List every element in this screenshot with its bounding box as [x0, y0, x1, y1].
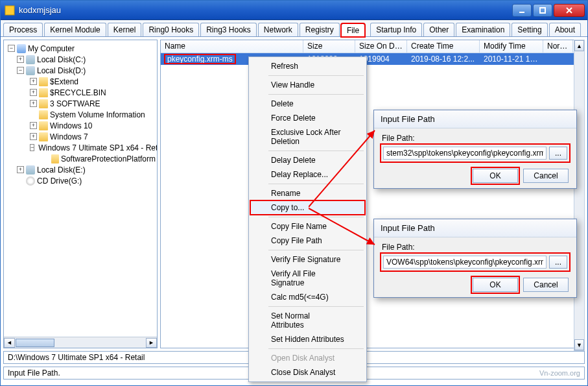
svg-rect-0 — [5, 6, 14, 15]
cm-copy-to[interactable]: Copy to... — [250, 200, 365, 215]
tree-win10[interactable]: +Windows 10 — [5, 120, 156, 131]
cd-icon — [26, 176, 35, 186]
input-file-path-dialog-2: Input File Path File Path: ... OK Cancel — [373, 219, 577, 298]
close-button[interactable] — [554, 4, 585, 17]
input-file-path-dialog-1: Input File Path File Path: ... OK Cancel — [373, 110, 577, 189]
dialog2-label: File Path: — [382, 243, 569, 252]
cm-refresh[interactable]: Refresh — [250, 59, 365, 73]
cm-open-disk-analyst: Open Disk Analyst — [250, 351, 365, 365]
folder-icon — [51, 154, 59, 163]
tab-about[interactable]: About — [549, 23, 581, 36]
tab-kernel[interactable]: Kernel — [108, 23, 142, 36]
titlebar[interactable]: kodxmjsjau — [1, 1, 587, 20]
dialog1-title: Input File Path — [374, 110, 576, 128]
scroll-thumb[interactable] — [16, 339, 54, 347]
folder-icon — [39, 132, 48, 141]
tab-bar: Process Kernel Module Kernel Ring0 Hooks… — [1, 20, 587, 37]
cm-view-handle[interactable]: View Handle — [250, 78, 365, 92]
tree-root[interactable]: −My Computer — [5, 43, 156, 54]
minimize-button[interactable] — [512, 4, 532, 17]
tree-locald[interactable]: −Local Disk(D:) — [5, 65, 156, 76]
tree-win7ult[interactable]: −Windows 7 Ultimate SP1 x64 - Retail — [5, 142, 156, 153]
tab-registry[interactable]: Registry — [300, 23, 340, 36]
tree-cdg[interactable]: CD Drive(G:) — [5, 175, 156, 186]
cm-delete[interactable]: Delete — [250, 97, 365, 111]
dialog2-path-input[interactable] — [383, 256, 547, 269]
cm-copy-name[interactable]: Copy File Name — [250, 219, 365, 234]
col-norm[interactable]: Norm... — [543, 40, 573, 53]
dialog1-cancel-button[interactable]: Cancel — [523, 169, 569, 183]
app-icon — [5, 5, 15, 16]
tab-startup-info[interactable]: Startup Info — [370, 23, 422, 36]
status-watermark: Vn-zoom.org — [539, 369, 580, 377]
tree-win7[interactable]: +Windows 7 — [5, 131, 156, 142]
tree-localc[interactable]: +Local Disk(C:) — [5, 54, 156, 65]
cm-verify-sig[interactable]: Verify File Signature — [250, 252, 365, 267]
folder-icon — [39, 77, 48, 86]
col-modify-time[interactable]: Modify Time — [480, 40, 543, 53]
col-size-on-disk[interactable]: Size On Disk — [355, 40, 407, 53]
tree-3software[interactable]: +3 SOFTWARE — [5, 98, 156, 109]
status-text: Input File Path. — [8, 368, 60, 378]
cm-set-hidden[interactable]: Set Hidden Attributes — [250, 332, 365, 346]
dialog1-path-input[interactable] — [383, 147, 547, 160]
cm-force-delete[interactable]: Force Delete — [250, 111, 365, 125]
computer-icon — [17, 44, 26, 53]
col-size[interactable]: Size — [303, 40, 355, 53]
folder-icon — [39, 88, 48, 97]
folder-icon — [39, 110, 48, 119]
file-name-cell: pkeyconfig.xrm-ms — [165, 54, 235, 64]
dialog2-browse-button[interactable]: ... — [549, 256, 567, 269]
tab-setting[interactable]: Setting — [512, 23, 547, 36]
window-title: kodxmjsjau — [19, 5, 512, 15]
dialog1-ok-button[interactable]: OK — [473, 169, 518, 183]
file-ct-cell: 2019-08-16 12:2... — [407, 54, 480, 64]
tree-locale[interactable]: +Local Disk(E:) — [5, 164, 156, 175]
scroll-up-button[interactable]: ▲ — [574, 40, 584, 51]
tab-other[interactable]: Other — [423, 23, 454, 36]
drive-icon — [26, 165, 35, 175]
tab-ring3-hooks[interactable]: Ring3 Hooks — [200, 23, 257, 36]
cm-close-disk-analyst[interactable]: Close Disk Analyst — [250, 365, 365, 380]
tab-file[interactable]: File — [341, 23, 365, 37]
folder-icon — [39, 99, 48, 108]
dialog1-label: File Path: — [382, 134, 569, 143]
cm-excl-lock[interactable]: Exclusive Lock After Deletion — [250, 125, 365, 149]
drive-icon — [26, 66, 35, 75]
file-mt-cell: 2010-11-21 10:2... — [480, 54, 543, 64]
list-row[interactable]: pkeyconfig.xrm-ms 1018920 1019904 2019-0… — [161, 53, 584, 65]
context-menu: Refresh View Handle Delete Force Delete … — [248, 56, 367, 382]
tree-h-scrollbar[interactable]: ◄ ► — [4, 337, 157, 348]
col-create-time[interactable]: Create Time — [407, 40, 480, 53]
col-name[interactable]: Name — [161, 40, 303, 53]
cm-verify-all[interactable]: Verify All File Signatrue — [250, 267, 365, 290]
scroll-right-button[interactable]: ► — [146, 338, 157, 348]
tree-pane: −My Computer +Local Disk(C:) −Local Disk… — [3, 40, 158, 348]
tree-extend[interactable]: +$Extend — [5, 76, 156, 87]
file-list-pane: Name Size Size On Disk Create Time Modif… — [160, 40, 585, 348]
tree-svi[interactable]: System Volume Information — [5, 109, 156, 120]
tree-recycle[interactable]: +$RECYCLE.BIN — [5, 87, 156, 98]
tab-ring0-hooks[interactable]: Ring0 Hooks — [143, 23, 199, 36]
scroll-down-button[interactable]: ▼ — [574, 339, 584, 350]
maximize-button[interactable] — [533, 4, 552, 17]
cm-copy-path[interactable]: Copy File Path — [250, 234, 365, 248]
dialog2-ok-button[interactable]: OK — [473, 278, 518, 292]
cm-set-normal[interactable]: Set Normal Attributes — [250, 309, 365, 332]
tab-network[interactable]: Network — [258, 23, 298, 36]
main-v-scrollbar[interactable]: ▲ ▼ — [574, 40, 585, 351]
cm-delay-delete[interactable]: Delay Delete — [250, 153, 365, 167]
scroll-left-button[interactable]: ◄ — [4, 338, 15, 348]
tab-examination[interactable]: Examination — [456, 23, 510, 36]
tab-process[interactable]: Process — [3, 23, 43, 36]
tab-kernel-module[interactable]: Kernel Module — [44, 23, 106, 36]
cm-rename[interactable]: Rename — [250, 186, 365, 200]
dialog1-browse-button[interactable]: ... — [549, 147, 567, 160]
dialog2-cancel-button[interactable]: Cancel — [523, 278, 569, 292]
list-header: Name Size Size On Disk Create Time Modif… — [161, 40, 584, 53]
svg-rect-2 — [540, 8, 545, 13]
cm-delay-replace[interactable]: Delay Replace... — [250, 167, 365, 182]
tree-spp[interactable]: SoftwareProtectionPlatform — [5, 153, 156, 164]
folder-icon — [39, 121, 48, 130]
cm-calc-md5[interactable]: Calc md5(<=4G) — [250, 290, 365, 304]
